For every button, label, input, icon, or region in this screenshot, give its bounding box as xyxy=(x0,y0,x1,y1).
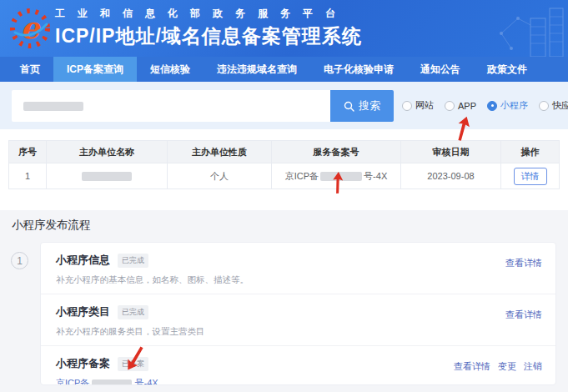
radio-website[interactable]: 网站 xyxy=(402,99,434,112)
view-detail-link[interactable]: 查看详情 xyxy=(505,309,542,321)
step-number-badge: 1 xyxy=(11,252,28,269)
cell-audit-date: 2023-09-08 xyxy=(401,163,501,188)
col-audit-date: 审核日期 xyxy=(401,141,501,163)
nav-tab-notices[interactable]: 通知公告 xyxy=(407,57,474,82)
search-input[interactable] xyxy=(12,90,330,122)
col-action: 操作 xyxy=(501,141,559,163)
col-org-nature: 主办单位性质 xyxy=(168,141,272,163)
nav-tab-policy-docs[interactable]: 政策文件 xyxy=(474,57,540,82)
header-titles: 工业和信息化部政务服务平台 ICP/IP地址/域名信息备案管理系统 xyxy=(55,7,362,49)
miniprogram-process-section: 小程序发布流程 1 小程序信息 已完成 补充小程序的基本信息，如名称、图标、描述… xyxy=(0,210,568,392)
header-decoration-graphic xyxy=(451,0,568,57)
step-title: 小程序信息 xyxy=(56,253,110,268)
cancel-link[interactable]: 注销 xyxy=(524,360,542,373)
results-section: 序号 主办单位名称 主办单位性质 服务备案号 审核日期 操作 1 个人 京ICP… xyxy=(0,129,568,210)
nav-tab-illegal-domain-query[interactable]: 违法违规域名查询 xyxy=(204,57,310,82)
search-button[interactable]: 搜索 xyxy=(330,90,394,122)
radio-selected-icon xyxy=(487,101,497,111)
nav-tab-icp-query[interactable]: ICP备案查询 xyxy=(53,57,137,82)
cell-index: 1 xyxy=(9,163,47,188)
table-header-row: 序号 主办单位名称 主办单位性质 服务备案号 审核日期 操作 xyxy=(9,141,559,163)
search-type-radio-group: 网站 APP 小程序 快应用 xyxy=(402,82,568,129)
radio-circle-icon xyxy=(402,101,412,111)
step-description: 补充小程序的基本信息，如名称、图标、描述等。 xyxy=(56,274,542,286)
view-detail-link[interactable]: 查看详情 xyxy=(454,360,490,373)
cell-org-nature: 个人 xyxy=(168,163,272,188)
col-index: 序号 xyxy=(9,141,47,163)
redacted-search-query xyxy=(23,102,83,111)
cell-action: 详情 xyxy=(501,163,559,188)
icp-beian-page: e 工业和信息化部政务服务平台 ICP/IP地址/域名信息备案管理系统 首页 I… xyxy=(0,0,568,392)
radio-miniprogram[interactable]: 小程序 xyxy=(487,99,528,112)
col-license-no: 服务备案号 xyxy=(272,141,401,163)
cell-license-no: 京ICP备 号-4X xyxy=(272,163,401,188)
col-org-name: 主办单位名称 xyxy=(47,141,168,163)
radio-circle-icon xyxy=(539,101,549,111)
system-title: ICP/IP地址/域名信息备案管理系统 xyxy=(55,23,362,49)
search-icon xyxy=(344,101,354,112)
step-title: 小程序类目 xyxy=(56,304,110,319)
radio-app[interactable]: APP xyxy=(445,101,476,111)
radio-circle-icon xyxy=(445,101,455,111)
platform-title: 工业和信息化部政务服务平台 xyxy=(55,7,362,21)
redacted-license-number xyxy=(92,379,132,385)
search-button-label: 搜索 xyxy=(359,98,380,113)
step-miniprogram-beian: 小程序备案 已备案 京ICP备 号-4X 查看详情 变更 注销 xyxy=(41,345,555,385)
process-card: 小程序信息 已完成 补充小程序的基本信息，如名称、图标、描述等。 查看详情 小程… xyxy=(40,242,556,385)
miit-logo-icon: e xyxy=(8,7,52,50)
app-header: e 工业和信息化部政务服务平台 ICP/IP地址/域名信息备案管理系统 xyxy=(0,0,568,57)
table-row: 1 个人 京ICP备 号-4X 2023-09-08 详情 xyxy=(9,163,559,188)
step-title: 小程序备案 xyxy=(56,356,110,371)
view-detail-link[interactable]: 查看详情 xyxy=(505,257,542,269)
status-badge: 已备案 xyxy=(118,357,148,371)
search-section: 搜索 网站 APP 小程序 快应用 xyxy=(0,82,568,129)
nav-tab-home[interactable]: 首页 xyxy=(7,57,53,82)
radio-quickapp[interactable]: 快应用 xyxy=(539,99,568,112)
step-description: 补充小程序的服务类目，设置主营类目 xyxy=(56,326,542,338)
detail-button[interactable]: 详情 xyxy=(514,168,547,185)
redacted-org-name xyxy=(82,172,132,181)
nav-tab-sms-verify[interactable]: 短信核验 xyxy=(137,57,204,82)
step-miniprogram-category: 小程序类目 已完成 补充小程序的服务类目，设置主营类目 查看详情 xyxy=(41,294,555,345)
status-badge: 已完成 xyxy=(118,305,148,319)
miniprogram-license-number: 京ICP备 号-4X xyxy=(56,377,542,385)
process-title: 小程序发布流程 xyxy=(12,218,91,233)
main-nav: 首页 ICP备案查询 短信核验 违法违规域名查询 电子化核验申请 通知公告 政策… xyxy=(0,57,568,82)
nav-tab-e-verify-apply[interactable]: 电子化核验申请 xyxy=(310,57,407,82)
cell-org-name xyxy=(47,163,168,188)
status-badge: 已完成 xyxy=(118,254,148,268)
svg-text:e: e xyxy=(21,10,42,45)
results-table: 序号 主办单位名称 主办单位性质 服务备案号 审核日期 操作 1 个人 京ICP… xyxy=(8,140,560,189)
redacted-license-number xyxy=(320,172,362,181)
change-link[interactable]: 变更 xyxy=(498,360,516,373)
step-miniprogram-info: 小程序信息 已完成 补充小程序的基本信息，如名称、图标、描述等。 查看详情 xyxy=(41,243,555,294)
